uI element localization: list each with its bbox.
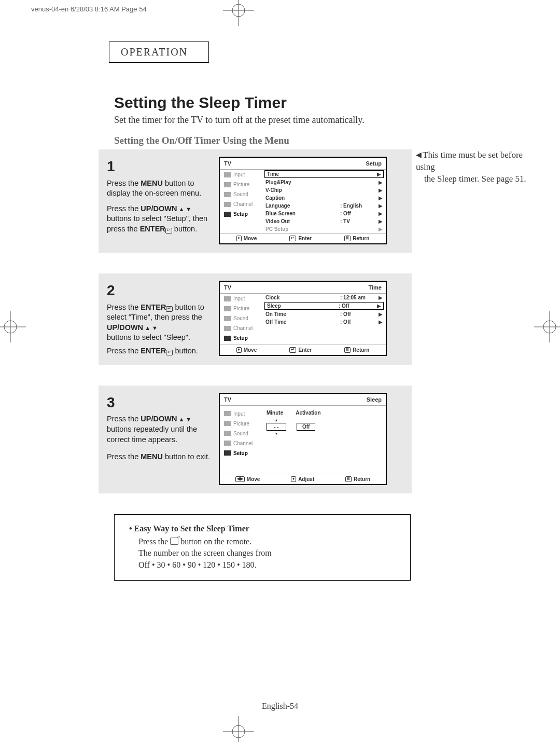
enter-icon: ↵	[289, 347, 296, 353]
step-instruction: Press the MENU button to display the on-…	[107, 178, 211, 199]
margin-note: ◀This time must be set before using the …	[416, 149, 540, 185]
leftright-icon: ◀▶	[235, 476, 245, 482]
easy-line: Press the button on the remote.	[138, 537, 399, 547]
move-icon: ♦	[236, 236, 242, 241]
section-label: OPERATION	[109, 42, 209, 63]
updown-icon: ▲ ▼	[143, 325, 158, 331]
channel-icon	[224, 202, 231, 207]
registration-mark-icon	[0, 311, 26, 342]
margin-note-line: This time must be set before using	[416, 150, 523, 172]
registration-mark-icon	[223, 716, 254, 742]
osd-time-menu: TV Time Input Picture Sound Channel Setu…	[219, 281, 387, 356]
enter-icon: ↵	[289, 236, 296, 241]
registration-mark-icon	[534, 311, 560, 342]
setup-icon	[224, 336, 231, 341]
osd-setup-menu: TV Setup Input Picture Sound Channel Set…	[219, 157, 387, 244]
easy-line: The number on the screen changes from	[138, 548, 399, 559]
easy-line: Off • 30 • 60 • 90 • 120 • 150 • 180.	[138, 560, 399, 571]
channel-icon	[224, 441, 231, 446]
updown-icon: ♦	[291, 476, 296, 482]
input-icon	[224, 411, 231, 416]
osd-sleep-menu: TV Sleep Input Picture Sound Channel Set…	[219, 393, 387, 485]
easy-title: Easy Way to Set the Sleep Timer	[129, 524, 399, 533]
setup-icon	[224, 212, 231, 217]
osd-footer: ♦Move ↵Enter ⅢReturn	[220, 345, 386, 355]
registration-mark-icon	[223, 0, 254, 26]
enter-icon: ↵	[165, 228, 172, 233]
intro-text: Set the timer for the TV to turn off at …	[114, 115, 493, 126]
osd-footer: ◀▶Move ♦Adjust ⅢReturn	[220, 474, 386, 484]
osd-title-left: TV	[224, 396, 231, 403]
move-icon: ♦	[236, 347, 242, 353]
osd-title-right: Setup	[366, 160, 382, 167]
input-icon	[224, 296, 231, 301]
osd-title-right: Time	[369, 284, 382, 291]
sound-icon	[224, 431, 231, 436]
sound-icon	[224, 316, 231, 321]
step-number: 3	[107, 393, 211, 413]
picture-icon	[224, 306, 231, 311]
osd-title-left: TV	[224, 284, 231, 291]
osd-time-list: Clock: 12:05 am▶ Sleep: Off▶ On Time: Of…	[262, 294, 386, 345]
step-instruction: Press the ENTER↵ button to select "Time"…	[107, 303, 211, 343]
osd-setup-list: Time▶ Plug&Play▶ V-Chip▶ Caption▶ Langua…	[262, 170, 386, 233]
osd-sidebar: Input Picture Sound Channel Setup	[220, 294, 262, 345]
channel-icon	[224, 326, 231, 331]
enter-icon: ↵	[166, 350, 173, 355]
osd-sidebar: Input Picture Sound Channel Setup	[220, 409, 262, 458]
easy-way-box: Easy Way to Set the Sleep Timer Press th…	[114, 514, 411, 581]
sleep-header-minute: Minute	[267, 410, 283, 416]
page-title: Setting the Sleep Timer	[114, 94, 493, 112]
osd-title-right: Sleep	[367, 396, 382, 403]
sleep-activation-value: Off	[297, 423, 315, 431]
return-icon: Ⅲ	[345, 476, 352, 482]
picture-icon	[224, 421, 231, 426]
input-icon	[224, 172, 231, 177]
sleep-minute-value: - -	[267, 423, 286, 431]
step-block-3: 3 Press the UP/DOWN ▲ ▼ buttons repeated…	[99, 386, 412, 493]
return-icon: Ⅲ	[344, 347, 351, 353]
step-instruction: Press the UP/DOWN ▲ ▼ buttons repeatedly…	[107, 414, 211, 445]
osd-footer: ♦Move ↵Enter ⅢReturn	[220, 233, 386, 243]
step-instruction: Press the MENU button to exit.	[107, 452, 211, 462]
sleep-remote-icon	[170, 538, 178, 545]
picture-icon	[224, 182, 231, 187]
print-header: venus-04-en 6/28/03 8:16 AM Page 54	[31, 5, 147, 13]
updown-icon: ▲ ▼	[177, 206, 191, 212]
setup-icon	[224, 450, 231, 456]
step-number: 1	[107, 157, 211, 176]
sound-icon	[224, 192, 231, 197]
updown-icon: ▲ ▼	[177, 416, 191, 422]
osd-title-left: TV	[224, 160, 231, 167]
return-icon: Ⅲ	[344, 236, 351, 241]
triangle-left-icon: ◀	[416, 150, 422, 160]
step-block-2: 2 Press the ENTER↵ button to select "Tim…	[99, 273, 412, 365]
page-number: English-54	[0, 702, 560, 711]
step-instruction: Press the ENTER↵ button.	[107, 346, 211, 356]
enter-icon: ↵	[166, 306, 173, 312]
sleep-header-activation: Activation	[296, 410, 320, 416]
osd-sidebar: Input Picture Sound Channel Setup	[220, 170, 262, 233]
step-number: 2	[107, 281, 211, 300]
sub-heading: Setting the On/Off Timer Using the Menu	[114, 135, 493, 146]
margin-note-line: the Sleep timer. See page 51.	[424, 174, 526, 184]
step-instruction: Press the UP/DOWN ▲ ▼ buttons to select …	[107, 204, 211, 235]
step-block-1: 1 Press the MENU button to display the o…	[99, 149, 412, 253]
